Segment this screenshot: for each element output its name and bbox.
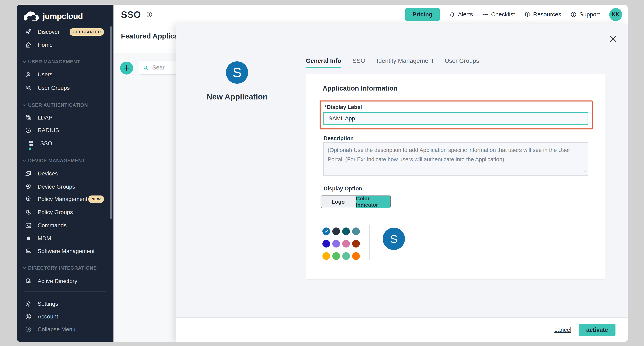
sidebar-item-discover[interactable]: DiscoverGET STARTED <box>17 26 114 39</box>
appbar-action-label: Alerts <box>458 11 473 18</box>
sidebar-item-policy-groups[interactable]: Policy Groups <box>17 206 114 219</box>
sidebar-item-label: Collapse Menu <box>38 326 76 333</box>
jumpcloud-cloud-icon <box>23 11 40 22</box>
color-swatch-5[interactable] <box>322 240 330 248</box>
plus-icon <box>123 64 130 72</box>
account-icon <box>25 313 32 320</box>
sidebar-item-device-groups[interactable]: Device Groups <box>17 180 114 193</box>
sidebar-item-label: Users <box>38 71 52 78</box>
modal-footer: cancel activate <box>176 317 628 342</box>
tab-identity-management[interactable]: Identity Management <box>376 57 433 68</box>
modal-tabs: General InfoSSOIdentity ManagementUser G… <box>306 57 479 68</box>
sidebar-item-users[interactable]: Users <box>17 68 114 81</box>
appbar-action-alerts[interactable]: Alerts <box>449 11 473 18</box>
sidebar-item-label: Discover <box>38 29 60 35</box>
color-swatch-10[interactable] <box>332 252 340 260</box>
appbar-action-label: Resources <box>533 11 561 18</box>
main-content: SSO Pricing AlertsChecklistResourcesSupp… <box>114 5 628 342</box>
collapse-arrow-icon <box>25 326 32 333</box>
color-swatch-2[interactable] <box>332 228 340 235</box>
devices-icon <box>25 170 32 177</box>
sidebar-item-mdm[interactable]: MDM <box>17 232 114 245</box>
sidebar-item-active-directory[interactable]: Active Directory <box>17 275 114 288</box>
info-icon[interactable] <box>146 11 152 18</box>
checklist-icon <box>482 11 488 18</box>
close-icon[interactable] <box>609 35 618 43</box>
sidebar-item-commands[interactable]: Commands <box>17 219 114 232</box>
display-option-logo[interactable]: Logo <box>321 196 356 208</box>
appbar-action-resources[interactable]: Resources <box>524 11 561 18</box>
color-swatch-11[interactable] <box>342 252 350 260</box>
display-option-toggle: LogoColor Indicator <box>320 196 391 208</box>
jumpcloud-logo: jumpcloud <box>23 11 83 22</box>
appbar-actions: Pricing AlertsChecklistResourcesSupport … <box>405 8 622 21</box>
color-swatch-4[interactable] <box>352 228 360 235</box>
policy-icon <box>25 196 32 203</box>
color-swatch-6[interactable] <box>332 240 340 248</box>
sidebar-item-radius[interactable]: RADIUS <box>17 124 114 137</box>
sidebar-item-ldap[interactable]: LDAP <box>17 111 114 124</box>
top-appbar: SSO Pricing AlertsChecklistResourcesSupp… <box>114 5 628 24</box>
color-swatch-7[interactable] <box>342 240 350 248</box>
sidebar-item-sso[interactable]: SSO <box>17 137 114 150</box>
cancel-button[interactable]: cancel <box>554 326 572 333</box>
sidebar-item-label: Commands <box>38 222 66 229</box>
ldap-database-icon <box>25 114 32 121</box>
chevron-down-icon <box>22 159 26 163</box>
logo-wordmark: jumpcloud <box>43 12 83 21</box>
display-option-label: Display Option: <box>324 186 364 192</box>
sidebar-section-user-management[interactable]: USER MANAGEMENT <box>17 55 114 68</box>
color-swatch-12[interactable] <box>352 252 360 260</box>
sidebar: jumpcloud DiscoverGET STARTEDHomeUSER MA… <box>17 5 114 342</box>
tab-user-groups[interactable]: User Groups <box>445 57 479 68</box>
display-label-input[interactable] <box>323 112 588 125</box>
tab-sso[interactable]: SSO <box>352 57 365 68</box>
color-swatch-3[interactable] <box>342 228 350 235</box>
sidebar-section-label: USER AUTHENTICATION <box>28 102 88 108</box>
device-groups-icon <box>25 183 32 191</box>
sidebar-item-label: Account <box>38 313 58 320</box>
chevron-down-icon <box>22 266 26 270</box>
add-application-button[interactable] <box>120 62 133 75</box>
radius-dial-icon <box>25 127 32 134</box>
user-group-icon <box>25 84 32 92</box>
appbar-action-support[interactable]: Support <box>570 11 600 18</box>
sidebar-item-home[interactable]: Home <box>17 39 114 52</box>
sidebar-section-user-authentication[interactable]: USER AUTHENTICATION <box>17 99 114 112</box>
bell-icon <box>449 11 455 18</box>
sidebar-item-account[interactable]: Account <box>17 310 114 323</box>
activate-button[interactable]: activate <box>579 324 616 336</box>
sidebar-item-label: Settings <box>38 301 58 307</box>
sidebar-item-settings[interactable]: Settings <box>17 297 114 310</box>
question-icon <box>570 11 577 18</box>
application-name: New Application <box>186 92 288 101</box>
pricing-button[interactable]: Pricing <box>405 8 440 21</box>
sidebar-item-label: User Groups <box>38 85 70 91</box>
active-directory-icon <box>25 278 32 285</box>
sidebar-item-label: Active Directory <box>38 278 77 284</box>
sidebar-item-policy-management[interactable]: Policy ManagementNEW <box>17 193 114 206</box>
description-textarea[interactable] <box>323 142 588 176</box>
display-label-highlight: *Display Label <box>320 100 593 129</box>
sidebar-section-device-management[interactable]: DEVICE MANAGEMENT <box>17 154 114 167</box>
color-swatch-1-selected[interactable] <box>322 228 330 235</box>
sidebar-item-devices[interactable]: Devices <box>17 167 114 180</box>
sidebar-section-directory-integrations[interactable]: DIRECTORY INTEGRATIONS <box>17 262 114 274</box>
sidebar-item-label: Policy Groups <box>38 209 73 216</box>
color-swatch-8[interactable] <box>352 240 360 248</box>
color-swatch-9[interactable] <box>322 252 330 260</box>
sidebar-scrollbar[interactable] <box>110 26 112 219</box>
sidebar-item-user-groups[interactable]: User Groups <box>17 81 114 94</box>
display-option-color-indicator[interactable]: Color Indicator <box>356 196 390 208</box>
sidebar-item-label: Devices <box>38 170 58 177</box>
user-avatar[interactable]: KK <box>609 8 622 21</box>
swatch-preview-divider <box>369 225 370 260</box>
sidebar-badge: NEW <box>88 196 104 203</box>
software-laptop-icon <box>25 248 32 255</box>
appbar-action-checklist[interactable]: Checklist <box>482 11 515 18</box>
tab-general-info[interactable]: General Info <box>306 57 341 68</box>
sidebar-item-software-management[interactable]: Software Management <box>17 245 114 258</box>
sso-grid-icon <box>27 140 34 147</box>
home-icon <box>25 41 32 49</box>
sidebar-item-collapse-menu[interactable]: Collapse Menu <box>17 323 114 336</box>
